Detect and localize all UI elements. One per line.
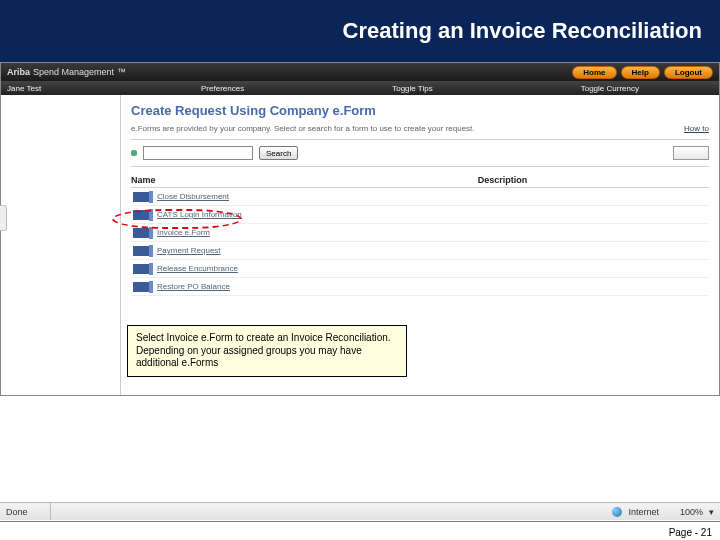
brand-actions: Home Help Logout (572, 66, 713, 79)
nav-user: Jane Test (7, 84, 127, 93)
view-toggle[interactable] (673, 146, 709, 160)
form-icon (133, 192, 151, 202)
list-item[interactable]: Close Disbursement (131, 188, 709, 206)
item-label: Restore PO Balance (157, 282, 230, 291)
divider (131, 139, 709, 140)
brand-bar: Ariba Spend Management ™ Home Help Logou… (1, 63, 719, 81)
list-item[interactable]: Release Encumbrance (131, 260, 709, 278)
nav-bar: Jane Test Preferences Toggle Tips Toggle… (1, 81, 719, 95)
slide-title: Creating an Invoice Reconciliation (343, 18, 702, 44)
gutter-tab[interactable] (0, 205, 7, 231)
item-label: CATS Login Information (157, 210, 242, 219)
form-icon (133, 264, 151, 274)
col-desc: Description (478, 175, 709, 185)
callout-text: Select Invoice e.Form to create an Invoi… (136, 332, 391, 368)
search-input[interactable] (143, 146, 253, 160)
nav-toggle-currency[interactable]: Toggle Currency (581, 84, 639, 93)
form-icon (133, 210, 151, 220)
form-icon (133, 282, 151, 292)
home-button[interactable]: Home (572, 66, 616, 79)
col-name: Name (131, 175, 478, 185)
callout-box: Select Invoice e.Form to create an Invoi… (127, 325, 407, 377)
item-label: Payment Request (157, 246, 221, 255)
item-label: Close Disbursement (157, 192, 229, 201)
list-item[interactable]: CATS Login Information (131, 206, 709, 224)
bullet-icon (131, 150, 137, 156)
brand-suffix: Spend Management (33, 67, 114, 77)
slide-header: Creating an Invoice Reconciliation (0, 0, 720, 62)
item-label: Release Encumbrance (157, 264, 238, 273)
footer-rule (0, 521, 720, 522)
help-button[interactable]: Help (621, 66, 660, 79)
nav-preferences[interactable]: Preferences (201, 84, 244, 93)
search-button[interactable]: Search (259, 146, 298, 160)
left-gutter (1, 95, 121, 395)
intro-row: e.Forms are provided by your company. Se… (131, 124, 709, 133)
list-item[interactable]: Restore PO Balance (131, 278, 709, 296)
list-item[interactable]: Payment Request (131, 242, 709, 260)
trademark: ™ (117, 67, 126, 77)
form-icon (133, 246, 151, 256)
status-bar: Done Internet 100% ▾ (0, 502, 720, 520)
status-done: Done (6, 507, 46, 517)
brand-name: Ariba (7, 67, 30, 77)
status-right: Internet 100% ▾ (612, 507, 714, 517)
zoom-dash: ▾ (709, 507, 714, 517)
logout-button[interactable]: Logout (664, 66, 713, 79)
search-row: Search (131, 146, 709, 160)
item-label: Invoice e.Form (157, 228, 210, 237)
page-title: Create Request Using Company e.Form (131, 103, 709, 118)
nav-toggle-tips[interactable]: Toggle Tips (392, 84, 432, 93)
list-item[interactable]: Invoice e.Form (131, 224, 709, 242)
status-sep (50, 503, 51, 520)
brand-label: Ariba Spend Management ™ (7, 67, 126, 77)
intro-text: e.Forms are provided by your company. Se… (131, 124, 475, 133)
status-net: Internet (628, 507, 659, 517)
howto-link[interactable]: How to (684, 124, 709, 133)
globe-icon (612, 507, 622, 517)
column-headers: Name Description (131, 173, 709, 188)
page-number: Page - 21 (669, 527, 712, 538)
zoom-level[interactable]: 100% (680, 507, 703, 517)
form-icon (133, 228, 151, 238)
divider-2 (131, 166, 709, 167)
